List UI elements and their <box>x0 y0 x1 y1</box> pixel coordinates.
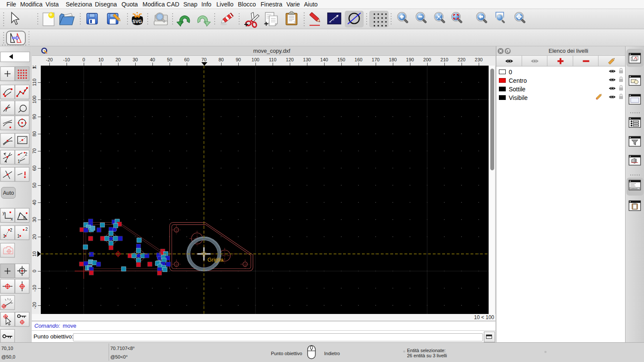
svg-text:Griglia: Griglia <box>207 256 224 263</box>
svg-text:a: a <box>23 215 26 220</box>
svg-text:Auto: Auto <box>3 190 14 196</box>
svg-text:2: 2 <box>10 228 12 232</box>
svg-text:y: y <box>3 211 5 215</box>
svg-text:SVG: SVG <box>132 19 142 24</box>
svg-text:2: 2 <box>25 227 28 232</box>
svg-text:1: 1 <box>18 159 20 164</box>
svg-text:command: command <box>631 188 637 190</box>
svg-text:2: 2 <box>25 152 27 157</box>
svg-text:x: x <box>11 217 13 221</box>
